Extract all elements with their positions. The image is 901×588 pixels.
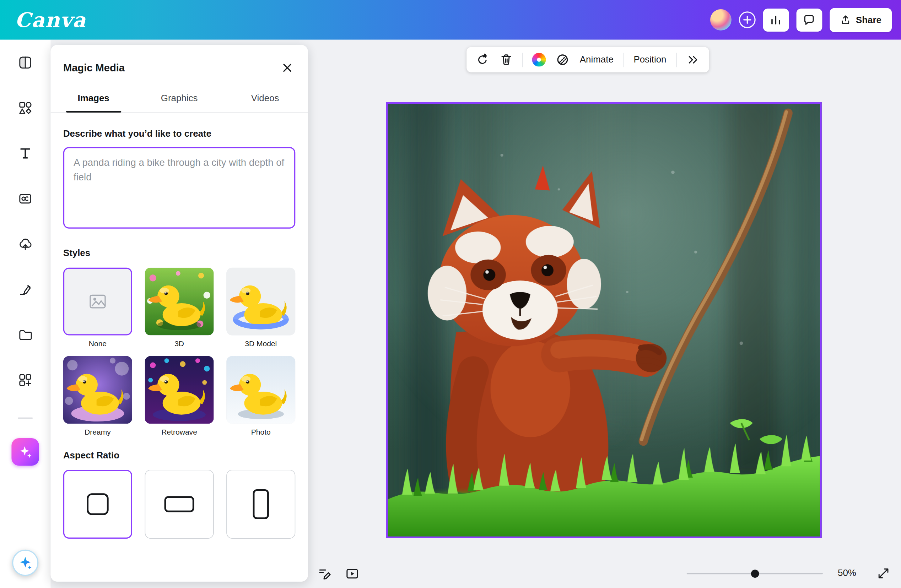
- styles-grid: None 3D: [63, 268, 295, 436]
- comments-button[interactable]: [796, 8, 822, 31]
- folder-icon: [18, 327, 33, 342]
- style-option-retrowave[interactable]: Retrowave: [145, 356, 214, 436]
- top-bar-actions: Share: [710, 8, 892, 32]
- notes-button[interactable]: [318, 567, 332, 580]
- avatar[interactable]: [710, 9, 731, 31]
- panel-title: Magic Media: [63, 62, 125, 74]
- fullscreen-button[interactable]: [877, 567, 890, 580]
- elements-icon: [18, 100, 33, 115]
- zoom-slider-handle[interactable]: [751, 569, 759, 578]
- panel-tabs: Images Graphics Videos: [50, 86, 308, 112]
- sidebar-item-brand[interactable]: [8, 176, 43, 221]
- sidebar-item-magic-media[interactable]: [11, 438, 39, 466]
- aspect-ratio-label: Aspect Ratio: [63, 450, 295, 460]
- style-thumb-3d-duck: [145, 268, 214, 336]
- transparency-button[interactable]: [555, 50, 570, 69]
- color-wheel-icon: [532, 53, 546, 67]
- assistant-sparkle-icon: [18, 555, 33, 570]
- aspect-option-portrait[interactable]: [226, 470, 295, 539]
- sidebar-item-projects[interactable]: [8, 312, 43, 357]
- red-panda-artwork: [388, 104, 820, 537]
- notes-icon: [318, 567, 332, 580]
- pen-icon: [18, 282, 33, 297]
- aspect-option-square[interactable]: [63, 470, 132, 539]
- design-icon: [18, 55, 33, 70]
- presentation-icon: [345, 567, 359, 580]
- style-thumb-3d-model-duck: [226, 268, 295, 336]
- magic-sparkle-icon: [18, 445, 33, 459]
- aspect-option-landscape[interactable]: [145, 470, 214, 539]
- sidebar-item-text[interactable]: [8, 130, 43, 176]
- style-option-none[interactable]: None: [63, 268, 132, 348]
- style-thumb-retrowave-duck: [145, 356, 214, 424]
- apps-grid-icon: [18, 372, 33, 387]
- style-option-photo[interactable]: Photo: [226, 356, 295, 436]
- sidebar-item-elements[interactable]: [8, 85, 43, 130]
- zoom-slider[interactable]: [687, 573, 823, 574]
- image-placeholder-icon: [89, 292, 107, 311]
- bar-chart-icon: [770, 14, 783, 26]
- tab-graphics[interactable]: Graphics: [136, 86, 222, 112]
- sidebar-item-uploads[interactable]: [8, 221, 43, 267]
- landscape-shape-icon: [165, 496, 194, 512]
- generate-again-button[interactable]: [475, 50, 490, 69]
- style-option-3d-model[interactable]: 3D Model: [226, 268, 295, 348]
- sidebar-item-apps[interactable]: [8, 357, 43, 403]
- zoom-level[interactable]: 50%: [838, 568, 856, 579]
- share-label: Share: [856, 14, 881, 25]
- transparency-icon: [556, 53, 569, 66]
- style-thumb-dreamy-duck: [63, 356, 132, 424]
- style-thumb-photo-duck: [226, 356, 295, 424]
- insights-button[interactable]: [763, 8, 789, 31]
- regenerate-icon: [477, 53, 489, 66]
- selected-image-red-panda[interactable]: [386, 102, 822, 538]
- assistant-button[interactable]: [12, 550, 38, 576]
- text-icon: [18, 146, 33, 160]
- close-icon: [281, 62, 293, 73]
- sidebar-divider: [18, 418, 33, 418]
- context-toolbar: Animate Position: [466, 47, 709, 72]
- sidebar-item-draw[interactable]: [8, 266, 43, 312]
- describe-label: Describe what you’d like to create: [63, 129, 295, 139]
- brand-icon: [18, 191, 33, 206]
- double-chevron-icon: [686, 53, 699, 66]
- close-panel-button[interactable]: [279, 60, 295, 76]
- portrait-shape-icon: [253, 489, 269, 519]
- position-button[interactable]: Position: [633, 55, 667, 65]
- trash-icon: [500, 53, 513, 66]
- tab-videos[interactable]: Videos: [222, 86, 308, 112]
- cloud-upload-icon: [18, 236, 33, 251]
- comment-bubble-icon: [803, 14, 815, 26]
- style-thumb-none: [63, 268, 132, 336]
- prompt-input[interactable]: [63, 147, 295, 229]
- animate-button[interactable]: Animate: [579, 55, 615, 65]
- canva-logo[interactable]: Canva: [15, 8, 86, 32]
- upload-icon: [840, 14, 851, 25]
- toolbar-divider: [522, 53, 523, 67]
- color-button[interactable]: [532, 50, 546, 69]
- styles-label: Styles: [63, 248, 295, 258]
- style-option-3d[interactable]: 3D: [145, 268, 214, 348]
- toolbar-divider: [676, 53, 677, 67]
- present-button[interactable]: [345, 567, 359, 580]
- sidebar-item-design[interactable]: [8, 40, 43, 85]
- delete-button[interactable]: [499, 50, 514, 69]
- aspect-ratio-options: [63, 470, 295, 539]
- plus-icon: [742, 16, 751, 24]
- tab-images[interactable]: Images: [50, 86, 136, 112]
- square-shape-icon: [87, 493, 108, 515]
- toolbar-divider: [623, 53, 624, 67]
- expand-icon: [877, 567, 890, 580]
- top-bar: Canva Share: [0, 0, 901, 40]
- style-option-dreamy[interactable]: Dreamy: [63, 356, 132, 436]
- share-button[interactable]: Share: [829, 8, 892, 32]
- add-member-button[interactable]: [739, 11, 755, 28]
- sidebar: [0, 40, 50, 588]
- canva-app: Canva Share: [0, 0, 901, 588]
- more-tools-button[interactable]: [685, 50, 700, 69]
- magic-media-panel: Magic Media Images Graphics Videos Descr…: [50, 45, 308, 582]
